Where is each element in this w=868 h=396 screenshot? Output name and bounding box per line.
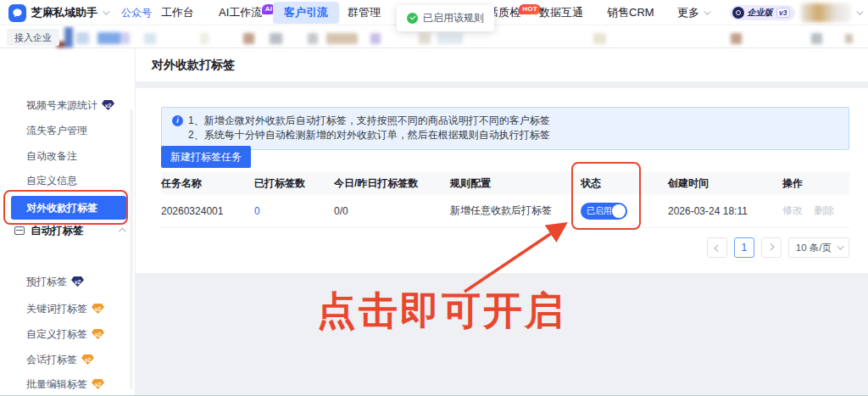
toggle-knob xyxy=(612,204,626,218)
tab-ai-workflow[interactable]: AI工作流AI xyxy=(219,0,262,25)
chevron-down-icon xyxy=(837,243,843,249)
sidebar-item-chat-tagging[interactable]: 会话打标签v2 xyxy=(26,351,94,368)
table-row: 20260324001 0 0/0 新增任意收款后打标签 已启用 2026-03… xyxy=(161,194,849,228)
v2-gem-icon: v2 xyxy=(71,276,84,287)
status-toggle-label: 已启用 xyxy=(581,205,612,217)
v2-gem-icon: v2 xyxy=(92,329,104,339)
success-check-icon xyxy=(407,13,418,24)
rule-enabled-tooltip: 已启用该规则 xyxy=(397,5,494,31)
connect-enterprise-button[interactable]: 接入企业 xyxy=(7,29,59,46)
annotation-text: 点击即可开启 xyxy=(317,285,566,337)
sidebar-item-custom-info[interactable]: 自定义信息 xyxy=(26,172,77,189)
sidebar-item-auto-remark[interactable]: 自动改备注 xyxy=(26,148,77,165)
delete-link[interactable]: 删除 xyxy=(814,204,834,216)
sidebar: 视频号来源统计v2 流失客户管理 自动改备注 自定义信息 客户unionID 自… xyxy=(0,48,136,396)
rule-config: 新增任意收款后打标签 xyxy=(450,204,581,218)
info-icon: i xyxy=(172,115,183,126)
sidebar-section-auto-tagging[interactable]: 自动打标签 xyxy=(14,222,84,239)
main-content: 对外收款打标签 i 1、新增企微对外收款后自动打标签，支持按照不同的商品说明打不… xyxy=(136,48,868,396)
avatar[interactable] xyxy=(801,3,850,22)
version-badge: v3 xyxy=(776,8,790,18)
page-number-button[interactable]: 1 xyxy=(734,237,754,258)
tab-workbench[interactable]: 工作台 xyxy=(161,0,194,25)
col-actions: 操作 xyxy=(782,176,849,191)
chevron-up-icon xyxy=(119,227,125,234)
v2-gem-icon: v2 xyxy=(92,304,104,314)
plan-badge: 企业版 v3 xyxy=(730,5,795,20)
chevron-down-icon[interactable] xyxy=(856,8,863,14)
tab-customer-acquisition[interactable]: 客户引流 xyxy=(273,0,339,25)
plan-icon xyxy=(732,7,744,19)
col-tagged-count: 已打标签数 xyxy=(254,176,334,191)
v2-gem-icon: v2 xyxy=(81,354,94,365)
account-area[interactable]: 企业版 v3 xyxy=(730,0,861,25)
col-today-count: 今日/昨日打标签数 xyxy=(334,176,450,191)
content-card: i 1、新增企微对外收款后自动打标签，支持按照不同的商品说明打不同的客户标签 2… xyxy=(136,88,868,273)
created-time: 2026-03-24 18:11 xyxy=(668,205,782,217)
tagged-count-link[interactable]: 0 xyxy=(254,205,260,217)
sidebar-scrollbar[interactable] xyxy=(130,109,133,389)
page-size-select[interactable]: 10 条/页 xyxy=(788,237,849,258)
chevron-down-icon[interactable] xyxy=(103,8,109,14)
tasks-table: 任务名称 已打标签数 今日/昨日打标签数 规则配置 状态 创建时间 操作 202… xyxy=(161,172,849,228)
create-task-button[interactable]: 新建打标签任务 xyxy=(161,146,251,168)
sidebar-item-batch-edit-tags[interactable]: 批量编辑标签v2 xyxy=(26,376,104,393)
tab-ai-workflow-label: AI工作流AI xyxy=(219,5,262,20)
sidebar-item-custom-tagging[interactable]: 自定义打标签v2 xyxy=(26,326,104,343)
sidebar-item-churned-customers[interactable]: 流失客户管理 xyxy=(26,122,87,139)
page-title-bar: 对外收款打标签 xyxy=(136,48,868,81)
col-task-name: 任务名称 xyxy=(161,176,254,191)
col-created-time: 创建时间 xyxy=(668,176,782,191)
prev-page-button[interactable] xyxy=(707,237,727,258)
table-header-row: 任务名称 已打标签数 今日/昨日打标签数 规则配置 状态 创建时间 操作 xyxy=(161,172,849,194)
sidebar-item-keyword-tagging[interactable]: 关键词打标签v2 xyxy=(26,300,104,317)
chevron-right-icon xyxy=(767,243,774,250)
tab-more[interactable]: 更多 xyxy=(677,0,709,25)
today-count: 0/0 xyxy=(334,205,450,217)
next-page-button[interactable] xyxy=(761,237,782,258)
sidebar-item-pre-tagging[interactable]: 预打标签v2 xyxy=(26,273,84,290)
chevron-left-icon xyxy=(714,244,721,251)
notice-line-1: 1、新增企微对外收款后自动打标签，支持按照不同的商品说明打不同的客户标签 xyxy=(188,114,550,128)
hot-badge: HOT xyxy=(519,4,541,14)
tab-data-exchange[interactable]: 数据互通 xyxy=(539,0,583,25)
sidebar-item-payment-tagging[interactable]: 对外收款打标签 xyxy=(11,196,126,220)
notice-line-2: 2、系统每十分钟自动检测新增的对外收款订单，然后在根据规则自动执行打标签 xyxy=(172,128,838,142)
tooltip-text: 已启用该规则 xyxy=(423,11,484,25)
pagination: 1 10 条/页 xyxy=(707,237,849,258)
brand-name: 芝麻私域助手 xyxy=(31,5,97,20)
folder-icon xyxy=(14,226,25,235)
task-name: 20260324001 xyxy=(161,205,254,217)
brand[interactable]: 芝麻私域助手 公众号 xyxy=(8,0,152,25)
col-status: 状态 xyxy=(581,176,668,191)
chevron-down-icon xyxy=(704,8,710,14)
tab-group-management[interactable]: 群管理 xyxy=(348,0,381,25)
notice-banner: i 1、新增企微对外收款后自动打标签，支持按照不同的商品说明打不同的客户标签 2… xyxy=(161,107,849,150)
brand-subtitle-link[interactable]: 公众号 xyxy=(121,6,152,20)
v2-gem-icon: v2 xyxy=(102,100,114,110)
tab-sales-crm[interactable]: 销售CRM xyxy=(607,0,654,25)
col-rule-config: 规则配置 xyxy=(450,176,581,191)
edit-link[interactable]: 修改 xyxy=(782,204,803,216)
page-title: 对外收款打标签 xyxy=(152,58,235,73)
sidebar-item-video-source-stats[interactable]: 视频号来源统计v2 xyxy=(26,97,114,114)
status-toggle[interactable]: 已启用 xyxy=(581,203,627,220)
app-logo-icon xyxy=(8,4,26,22)
app-window: 芝麻私域助手 公众号 工作台 AI工作流AI 客户引流 群管理 会话质检HOT … xyxy=(0,0,868,396)
v2-gem-icon: v2 xyxy=(92,379,104,389)
